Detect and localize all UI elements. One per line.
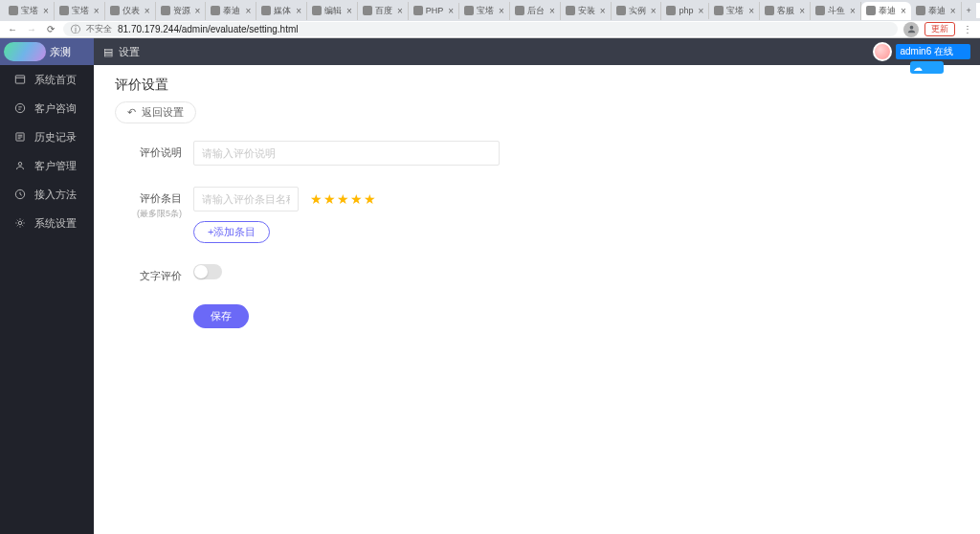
browser-tab[interactable]: 泰迪× bbox=[861, 2, 911, 20]
close-tab-icon[interactable]: × bbox=[145, 6, 150, 16]
favicon bbox=[765, 6, 774, 15]
favicon bbox=[59, 6, 69, 15]
item-label-block: 评价条目 (最多限5条) bbox=[115, 187, 193, 220]
content-area: 评价设置 ↶ 返回设置 评价说明 评价条目 (最多限5条) bbox=[94, 65, 980, 534]
browser-tab[interactable]: 宝塔× bbox=[55, 2, 105, 20]
close-tab-icon[interactable]: × bbox=[245, 6, 251, 16]
breadcrumb-icon: ▤ bbox=[103, 46, 113, 58]
browser-tab[interactable]: 仪表× bbox=[105, 2, 156, 20]
user-status[interactable]: admin6 在线 bbox=[896, 44, 970, 59]
sidebar-item-label: 历史记录 bbox=[34, 130, 77, 145]
sidebar-item-gear[interactable]: 系统设置 bbox=[0, 209, 94, 237]
close-tab-icon[interactable]: × bbox=[296, 6, 301, 16]
back-icon[interactable]: ← bbox=[6, 23, 19, 36]
browser-tab[interactable]: 媒体× bbox=[256, 2, 307, 20]
svg-point-5 bbox=[18, 163, 22, 167]
sidebar-item-label: 客户咨询 bbox=[34, 101, 77, 116]
browser-tab[interactable]: 资源× bbox=[156, 2, 207, 20]
text-eval-switch[interactable] bbox=[193, 264, 222, 279]
favicon bbox=[363, 6, 372, 15]
favicon bbox=[464, 6, 474, 15]
star-icon[interactable]: ★ bbox=[310, 191, 323, 207]
tab-label: 仪表 bbox=[122, 5, 140, 17]
browser-tab[interactable]: 宝塔× bbox=[709, 2, 760, 20]
tab-label: 泰迪 bbox=[223, 5, 240, 17]
tab-label: 媒体 bbox=[274, 5, 291, 17]
sidebar-item-user[interactable]: 客户管理 bbox=[0, 151, 94, 180]
browser-tab[interactable]: 后台× bbox=[510, 2, 561, 20]
gear-icon bbox=[13, 216, 27, 230]
close-tab-icon[interactable]: × bbox=[94, 6, 100, 16]
avatar[interactable] bbox=[873, 42, 892, 61]
close-tab-icon[interactable]: × bbox=[699, 6, 704, 16]
close-tab-icon[interactable]: × bbox=[195, 6, 201, 16]
star-rating[interactable]: ★★★★★ bbox=[310, 191, 377, 207]
close-tab-icon[interactable]: × bbox=[448, 6, 454, 16]
browser-tabs: 宝塔×宝塔×仪表×资源×泰迪×媒体×编辑×百度×PHP×宝塔×后台×安装×实例×… bbox=[0, 0, 980, 21]
close-tab-icon[interactable]: × bbox=[850, 6, 856, 16]
close-tab-icon[interactable]: × bbox=[950, 6, 956, 16]
close-tab-icon[interactable]: × bbox=[397, 6, 403, 16]
cloud-badge[interactable]: ☁ bbox=[910, 61, 944, 74]
browser-tab[interactable]: 安装× bbox=[561, 2, 612, 20]
favicon bbox=[413, 6, 423, 15]
desc-input[interactable] bbox=[193, 141, 500, 166]
svg-point-0 bbox=[909, 26, 913, 30]
address-bar[interactable]: ⓘ 不安全 81.70.179.244/admin/evaluate/setti… bbox=[63, 22, 898, 36]
browser-tab[interactable]: 宝塔× bbox=[459, 2, 510, 20]
sidebar-item-link[interactable]: 接入方法 bbox=[0, 180, 94, 209]
close-tab-icon[interactable]: × bbox=[748, 6, 754, 16]
close-tab-icon[interactable]: × bbox=[43, 6, 49, 16]
svg-point-3 bbox=[15, 103, 24, 112]
brand-area: 亲测 bbox=[0, 38, 94, 65]
forward-icon[interactable]: → bbox=[25, 23, 38, 36]
close-tab-icon[interactable]: × bbox=[549, 6, 555, 16]
browser-tab[interactable]: 斗鱼× bbox=[811, 2, 861, 20]
favicon bbox=[866, 6, 876, 15]
star-icon[interactable]: ★ bbox=[350, 191, 364, 207]
star-icon[interactable]: ★ bbox=[364, 191, 377, 207]
menu-icon[interactable]: ⋮ bbox=[961, 23, 974, 36]
reload-icon[interactable]: ⟳ bbox=[44, 23, 57, 36]
close-tab-icon[interactable]: × bbox=[651, 6, 657, 16]
browser-tab[interactable]: 宝塔× bbox=[4, 2, 55, 20]
back-button[interactable]: ↶ 返回设置 bbox=[115, 101, 196, 123]
close-tab-icon[interactable]: × bbox=[799, 6, 805, 16]
star-icon[interactable]: ★ bbox=[323, 191, 337, 207]
sidebar-item-home[interactable]: 系统首页 bbox=[0, 65, 94, 94]
desc-label: 评价说明 bbox=[115, 141, 193, 160]
favicon bbox=[312, 6, 322, 15]
browser-tab[interactable]: PHP× bbox=[409, 3, 459, 19]
tab-label: PHP bbox=[426, 6, 444, 15]
browser-tab[interactable]: 实例× bbox=[612, 2, 662, 20]
favicon bbox=[161, 6, 170, 15]
close-tab-icon[interactable]: × bbox=[600, 6, 606, 16]
browser-tab[interactable]: 泰迪× bbox=[911, 2, 962, 20]
browser-tab[interactable]: 百度× bbox=[358, 2, 409, 20]
item-name-input[interactable] bbox=[193, 187, 299, 211]
chat-icon bbox=[13, 101, 27, 115]
tab-label: 实例 bbox=[629, 5, 646, 17]
new-tab-button[interactable]: + bbox=[962, 3, 976, 18]
browser-tab[interactable]: 泰迪× bbox=[206, 2, 256, 20]
browser-tab[interactable]: 编辑× bbox=[307, 2, 358, 20]
close-tab-icon[interactable]: × bbox=[499, 6, 504, 16]
update-button[interactable]: 更新 bbox=[924, 22, 955, 36]
history-icon bbox=[13, 130, 27, 144]
star-icon[interactable]: ★ bbox=[337, 191, 350, 207]
url-text: 81.70.179.244/admin/evaluate/setting.htm… bbox=[118, 24, 298, 34]
text-eval-label: 文字评价 bbox=[115, 264, 193, 283]
user-icon bbox=[13, 159, 27, 172]
sidebar-item-history[interactable]: 历史记录 bbox=[0, 122, 94, 151]
add-item-button[interactable]: +添加条目 bbox=[193, 221, 270, 243]
browser-tab[interactable]: 客服× bbox=[760, 2, 811, 20]
close-tab-icon[interactable]: × bbox=[346, 6, 352, 16]
browser-tab[interactable]: php× bbox=[661, 3, 709, 19]
close-tab-icon[interactable]: × bbox=[901, 6, 906, 16]
tab-label: 宝塔 bbox=[72, 5, 89, 17]
profile-icon[interactable] bbox=[903, 22, 919, 37]
favicon bbox=[110, 6, 120, 15]
minimize-button[interactable]: ─ bbox=[976, 3, 980, 18]
save-button[interactable]: 保存 bbox=[193, 304, 249, 328]
sidebar-item-chat[interactable]: 客户咨询 bbox=[0, 94, 94, 122]
